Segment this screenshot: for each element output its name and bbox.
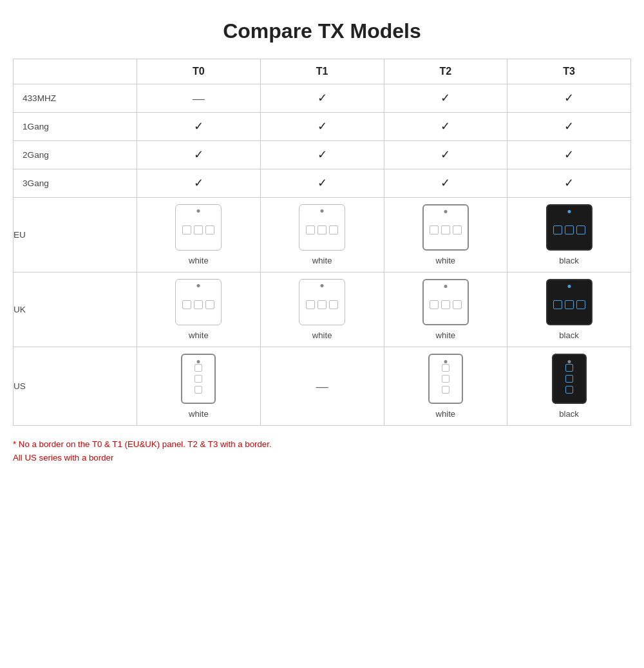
checkmark-icon: ✓ bbox=[564, 120, 574, 133]
button-row bbox=[430, 225, 462, 234]
checkmark-icon: ✓ bbox=[440, 120, 450, 133]
switch-device-eu bbox=[299, 279, 345, 325]
col-header-empty bbox=[14, 59, 137, 84]
device-container: white bbox=[384, 204, 507, 265]
switch-button-icon bbox=[565, 225, 574, 234]
wifi-indicator-icon bbox=[444, 360, 447, 363]
switch-button-icon bbox=[453, 225, 462, 234]
checkmark-icon: ✓ bbox=[564, 177, 574, 189]
switch-button-icon bbox=[430, 300, 439, 309]
device-color-label: white bbox=[189, 409, 209, 419]
wifi-indicator-icon bbox=[321, 209, 324, 213]
wifi-indicator-icon bbox=[567, 210, 571, 213]
feature-row-2: 2Gang✓✓✓✓ bbox=[14, 141, 631, 169]
button-row bbox=[306, 225, 338, 234]
switch-button-icon bbox=[453, 300, 462, 309]
switch-device-us bbox=[428, 354, 463, 404]
switch-device-eu bbox=[546, 279, 592, 325]
device-container: white bbox=[384, 279, 507, 340]
checkmark-icon: ✓ bbox=[317, 148, 327, 161]
device-cell: white bbox=[384, 347, 507, 426]
checkmark-icon: ✓ bbox=[194, 120, 204, 133]
checkmark-icon: ✓ bbox=[317, 120, 327, 133]
switch-button-icon bbox=[194, 364, 202, 372]
feature-value: ✓ bbox=[137, 141, 261, 169]
device-color-label: black bbox=[559, 256, 579, 265]
device-cell: white bbox=[137, 347, 261, 426]
feature-value: ✓ bbox=[137, 113, 261, 141]
button-row bbox=[553, 300, 585, 309]
device-container: black bbox=[507, 354, 630, 419]
device-cell: — bbox=[260, 347, 384, 426]
device-container: black bbox=[507, 204, 630, 265]
device-color-label: white bbox=[312, 256, 332, 265]
button-row bbox=[182, 225, 214, 234]
feature-label: 433MHZ bbox=[14, 84, 137, 113]
feature-value: ✓ bbox=[260, 84, 384, 113]
device-cell: white bbox=[260, 198, 384, 272]
feature-row-1: 1Gang✓✓✓✓ bbox=[14, 113, 631, 141]
device-container: black bbox=[507, 279, 630, 340]
checkmark-icon: ✓ bbox=[440, 148, 450, 161]
checkmark-icon: ✓ bbox=[564, 148, 574, 161]
switch-button-icon bbox=[553, 300, 562, 309]
device-container: white bbox=[137, 279, 260, 340]
switch-button-icon bbox=[565, 364, 573, 372]
switch-button-icon bbox=[306, 225, 315, 234]
feature-value: ✓ bbox=[507, 169, 631, 198]
feature-value: — bbox=[137, 84, 261, 113]
switch-button-icon bbox=[194, 386, 202, 394]
dash-icon: — bbox=[193, 91, 205, 105]
switch-device-eu bbox=[422, 204, 469, 251]
device-cell: white bbox=[137, 198, 261, 272]
comparison-table: T0 T1 T2 T3 433MHZ—✓✓✓1Gang✓✓✓✓2Gang✓✓✓✓… bbox=[13, 59, 631, 426]
feature-label: 1Gang bbox=[14, 113, 137, 141]
feature-value: ✓ bbox=[137, 169, 261, 198]
checkmark-icon: ✓ bbox=[194, 177, 204, 189]
switch-button-icon bbox=[565, 300, 574, 309]
checkmark-icon: ✓ bbox=[440, 91, 450, 104]
switch-device-eu bbox=[175, 204, 222, 251]
device-container: white bbox=[137, 354, 260, 419]
region-row-uk: UKwhitewhitewhiteblack bbox=[14, 272, 631, 347]
feature-value: ✓ bbox=[507, 113, 631, 141]
checkmark-icon: ✓ bbox=[440, 177, 450, 189]
switch-button-icon bbox=[329, 225, 338, 234]
feature-label: 2Gang bbox=[14, 141, 137, 169]
wifi-indicator-icon bbox=[444, 285, 447, 288]
header-row: T0 T1 T2 T3 bbox=[14, 59, 631, 84]
switch-device-eu bbox=[546, 204, 592, 251]
device-color-label: white bbox=[312, 330, 332, 340]
switch-button-icon bbox=[329, 300, 338, 309]
note-line2: All US series with a border bbox=[13, 451, 631, 464]
switch-button-icon bbox=[553, 225, 562, 234]
wifi-indicator-icon bbox=[197, 360, 200, 363]
switch-button-icon bbox=[442, 364, 450, 372]
checkmark-icon: ✓ bbox=[194, 148, 204, 161]
switch-button-icon bbox=[205, 225, 214, 234]
wifi-indicator-icon bbox=[321, 284, 324, 287]
device-cell: white bbox=[137, 272, 261, 347]
note-line1: * No a border on the T0 & T1 (EU&UK) pan… bbox=[13, 437, 631, 451]
switch-device-eu bbox=[299, 204, 345, 251]
switch-button-icon bbox=[194, 300, 203, 309]
device-cell: white bbox=[384, 198, 507, 272]
device-color-label: black bbox=[559, 330, 579, 340]
device-cell: black bbox=[507, 272, 631, 347]
feature-row-0: 433MHZ—✓✓✓ bbox=[14, 84, 631, 113]
feature-value: ✓ bbox=[260, 141, 384, 169]
footnote: * No a border on the T0 & T1 (EU&UK) pan… bbox=[13, 437, 631, 465]
feature-value: ✓ bbox=[260, 113, 384, 141]
checkmark-icon: ✓ bbox=[317, 177, 327, 189]
feature-value: ✓ bbox=[507, 84, 631, 113]
switch-device-us bbox=[552, 354, 587, 404]
device-cell: white bbox=[260, 272, 384, 347]
device-color-label: black bbox=[559, 409, 579, 419]
wifi-indicator-icon bbox=[197, 209, 200, 213]
device-container: white bbox=[261, 204, 384, 265]
col-header-t3: T3 bbox=[507, 59, 631, 84]
region-label: US bbox=[14, 347, 137, 426]
feature-value: ✓ bbox=[384, 84, 507, 113]
device-color-label: white bbox=[189, 330, 209, 340]
wifi-indicator-icon bbox=[567, 360, 571, 363]
